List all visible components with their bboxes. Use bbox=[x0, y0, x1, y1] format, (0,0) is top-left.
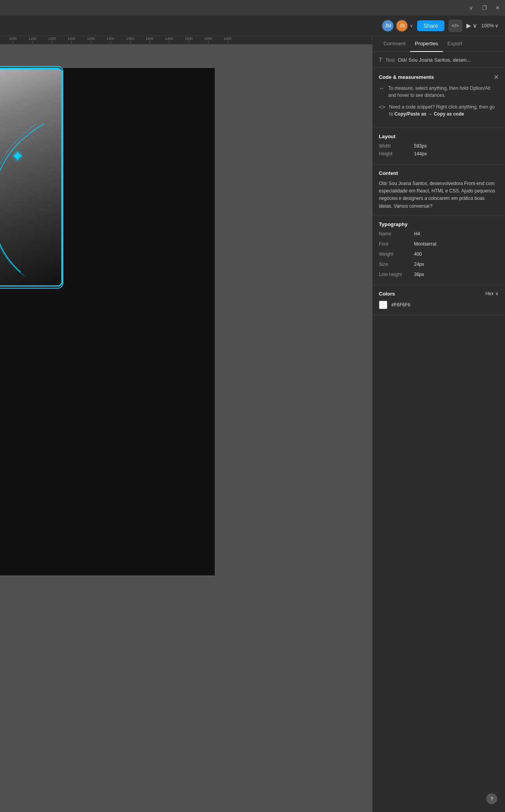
ruler-tick-6: 1300 bbox=[101, 37, 120, 43]
measure-code-text: Need a code snippet? Right click anythin… bbox=[389, 103, 499, 118]
typography-grid: Name H4 Font Montserrat Weight 400 Size … bbox=[379, 231, 499, 280]
element-label: T Text Olá! Sou Joana Santos, desen... bbox=[373, 52, 505, 68]
ruler-tick-10: 1500 bbox=[179, 37, 198, 43]
panel-tabs: Comment Properties Export bbox=[373, 36, 505, 52]
play-icon: ▶ bbox=[466, 22, 471, 29]
size-row: Size 24px bbox=[379, 262, 499, 267]
titlebar: ∨ ❐ ✕ bbox=[0, 0, 505, 16]
code-measurements-title: Code & measurements bbox=[379, 74, 434, 80]
ruler-tick-8: 1400 bbox=[140, 37, 159, 43]
typography-header: Typography bbox=[379, 221, 499, 227]
typo-size-label: Size bbox=[379, 262, 414, 267]
play-chevron-icon: ∨ bbox=[473, 22, 477, 29]
colors-section: Colors Hex ∨ #F6F6F6 bbox=[373, 285, 505, 315]
width-value: 593px bbox=[414, 143, 427, 149]
typo-font-label: Font bbox=[379, 241, 414, 247]
content-text: Olá! Sou Joana Santos, desenvolvedora Fr… bbox=[379, 180, 499, 210]
ruler-tick-5: 1250 bbox=[81, 37, 101, 43]
canvas-image-element[interactable]: ✦ bbox=[0, 68, 62, 287]
measure-distance-icon: ↔ bbox=[379, 85, 384, 91]
zoom-level: 100% bbox=[481, 23, 494, 28]
element-type: Text bbox=[385, 57, 395, 63]
maximize-button[interactable]: ❐ bbox=[482, 5, 487, 11]
ruler-tick-11: 1550 bbox=[198, 37, 218, 43]
layout-title: Layout bbox=[379, 134, 396, 139]
line-height-row: Line height 36px bbox=[379, 272, 499, 277]
color-value-1: #F6F6F6 bbox=[391, 302, 410, 308]
zoom-control[interactable]: 100% ∨ bbox=[481, 23, 499, 28]
layout-section: Layout Width 593px Height 144px bbox=[373, 128, 505, 165]
color-item-1: #F6F6F6 bbox=[379, 301, 499, 309]
collaborators: JM JS ∨ bbox=[382, 20, 413, 32]
colors-format-chevron: ∨ bbox=[495, 291, 499, 296]
measure-row-1: ↔ To measure, select anything, then hold… bbox=[379, 85, 499, 99]
colors-header: Colors Hex ∨ bbox=[379, 291, 499, 297]
right-panel: Comment Properties Export T Text Olá! So… bbox=[372, 36, 505, 812]
tab-comment[interactable]: Comment bbox=[379, 36, 410, 52]
element-preview: Olá! Sou Joana Santos, desen... bbox=[398, 57, 471, 63]
sparkle-icon: ✦ bbox=[11, 147, 24, 165]
content-header: Content bbox=[379, 170, 499, 176]
canvas[interactable]: ✦ bbox=[0, 45, 372, 812]
typography-title: Typography bbox=[379, 221, 407, 227]
zoom-chevron-icon: ∨ bbox=[495, 23, 499, 28]
collaborators-chevron[interactable]: ∨ bbox=[410, 23, 413, 28]
typo-weight-label: Weight bbox=[379, 251, 414, 257]
color-swatch-1[interactable] bbox=[379, 301, 387, 309]
ruler-tick-1: 1050 bbox=[3, 37, 23, 43]
share-button[interactable]: Share bbox=[417, 20, 444, 31]
width-label: Width bbox=[379, 143, 414, 149]
ruler-tick-12: 1600 bbox=[218, 37, 237, 43]
code-measurements-header: Code & measurements ✕ bbox=[379, 73, 499, 81]
toolbar: JM JS ∨ Share </> ▶ ∨ 100% ∨ bbox=[0, 16, 505, 36]
avatar-1: JM bbox=[382, 20, 394, 32]
measure-row-2: <> Need a code snippet? Right click anyt… bbox=[379, 103, 499, 118]
canvas-area: 1050 1100 1150 1200 1250 1300 1350 1400 … bbox=[0, 36, 372, 812]
code-button[interactable]: </> bbox=[448, 20, 462, 32]
ruler: 1050 1100 1150 1200 1250 1300 1350 1400 … bbox=[0, 36, 372, 45]
typo-name-value: H4 bbox=[414, 231, 420, 237]
minimize-button[interactable]: ∨ bbox=[468, 5, 474, 11]
height-row: Height 144px bbox=[379, 151, 499, 157]
layout-header: Layout bbox=[379, 134, 499, 139]
content-title: Content bbox=[379, 170, 398, 176]
ruler-tick-2: 1100 bbox=[23, 37, 42, 43]
ruler-tick-3: 1150 bbox=[42, 37, 62, 43]
ruler-tick-9: 1450 bbox=[159, 37, 179, 43]
height-value: 144px bbox=[414, 151, 427, 157]
typo-font-value: Montserrat bbox=[414, 241, 436, 247]
typography-section: Typography Name H4 Font Montserrat Weigh… bbox=[373, 216, 505, 285]
measure-distance-text: To measure, select anything, then hold O… bbox=[388, 85, 499, 99]
typo-weight-value: 400 bbox=[414, 251, 422, 257]
text-element-icon: T bbox=[379, 57, 382, 63]
help-button[interactable]: ? bbox=[486, 793, 497, 804]
typo-line-height-value: 36px bbox=[414, 272, 424, 277]
colors-title: Colors bbox=[379, 291, 395, 297]
width-row: Width 593px bbox=[379, 143, 499, 149]
close-button[interactable]: ✕ bbox=[495, 5, 500, 11]
typo-size-value: 24px bbox=[414, 262, 424, 267]
height-label: Height bbox=[379, 151, 414, 157]
typo-name-label: Name bbox=[379, 231, 414, 237]
typo-line-height-label: Line height bbox=[379, 272, 414, 277]
measure-code-icon: <> bbox=[379, 104, 385, 110]
code-measurements-section: Code & measurements ✕ ↔ To measure, sele… bbox=[373, 68, 505, 128]
name-row: Name H4 bbox=[379, 231, 499, 237]
play-button[interactable]: ▶ ∨ bbox=[466, 22, 477, 29]
main-layout: 1050 1100 1150 1200 1250 1300 1350 1400 … bbox=[0, 36, 505, 812]
code-measurements-close[interactable]: ✕ bbox=[494, 73, 499, 81]
colors-format-selector[interactable]: Hex ∨ bbox=[485, 291, 499, 296]
font-row: Font Montserrat bbox=[379, 241, 499, 247]
arc-svg bbox=[0, 120, 48, 276]
tab-export[interactable]: Export bbox=[443, 36, 467, 52]
ruler-tick-7: 1350 bbox=[120, 37, 140, 43]
avatar-2: JS bbox=[396, 20, 408, 32]
colors-format-label: Hex bbox=[485, 291, 494, 296]
ruler-tick-4: 1200 bbox=[62, 37, 81, 43]
ruler-ticks: 1050 1100 1150 1200 1250 1300 1350 1400 … bbox=[0, 37, 237, 43]
content-section: Content Olá! Sou Joana Santos, desenvolv… bbox=[373, 165, 505, 216]
weight-row: Weight 400 bbox=[379, 251, 499, 257]
tab-properties[interactable]: Properties bbox=[410, 36, 443, 52]
